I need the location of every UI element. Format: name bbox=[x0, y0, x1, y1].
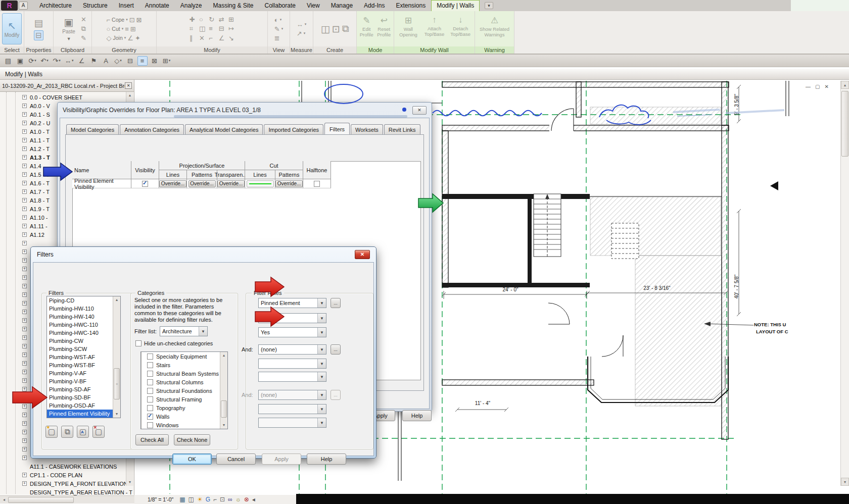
expand-icon[interactable]: + bbox=[22, 146, 27, 151]
expand-icon[interactable]: + bbox=[22, 258, 27, 263]
duplicate-filter-button[interactable]: ⧉ bbox=[61, 426, 73, 438]
categories-scrollbar[interactable]: ▴ ▾ bbox=[220, 352, 227, 429]
ribbon-tab[interactable]: Architecture bbox=[34, 1, 77, 11]
help-button[interactable]: Help bbox=[307, 453, 346, 465]
expand-icon[interactable]: + bbox=[22, 421, 27, 426]
ribbon-display-toggle-icon[interactable]: ▾ bbox=[485, 2, 493, 9]
expand-icon[interactable]: + bbox=[22, 112, 27, 117]
and-rule-browse-button[interactable]: ... bbox=[331, 344, 341, 355]
expand-icon[interactable]: + bbox=[22, 198, 27, 203]
expand-icon[interactable]: + bbox=[22, 215, 27, 220]
close-icon[interactable]: ✕ bbox=[125, 82, 132, 89]
scrollbar-thumb[interactable] bbox=[841, 91, 848, 157]
scroll-up-icon[interactable]: ▴ bbox=[113, 296, 120, 304]
expand-icon[interactable]: + bbox=[22, 275, 27, 280]
and-rule-browse-button-2[interactable]: ... bbox=[331, 390, 341, 400]
hide-unchecked-checkbox[interactable] bbox=[135, 340, 142, 346]
demolish-icon[interactable]: ⊠ bbox=[136, 16, 142, 24]
save-icon[interactable]: ▣ bbox=[15, 56, 25, 66]
open-icon[interactable]: ▤ bbox=[3, 56, 13, 66]
modify-tool-icon[interactable]: ⊟ bbox=[219, 25, 225, 33]
join-icon[interactable]: ◇ bbox=[106, 34, 111, 42]
override-transparency-button[interactable]: Override... bbox=[217, 180, 245, 187]
filter-list-item[interactable]: Plumbing-HW-140 bbox=[47, 313, 113, 321]
expand-icon[interactable]: + bbox=[22, 241, 27, 245]
filter-list-item[interactable]: Plumbing-WST-BF bbox=[47, 361, 113, 369]
restore-icon[interactable]: ▢ bbox=[815, 84, 820, 89]
thin-lines-icon[interactable]: ≡ bbox=[137, 56, 148, 66]
expand-icon[interactable]: + bbox=[22, 370, 27, 374]
close-icon[interactable]: ✕ bbox=[412, 106, 427, 115]
show-related-warnings-button[interactable]: ⚠Show Related Warnings bbox=[477, 13, 512, 44]
check-all-button[interactable]: Check All bbox=[135, 434, 169, 445]
rule-operator-dropdown-3[interactable]: ▼ bbox=[258, 404, 326, 414]
apply-button[interactable]: Apply bbox=[262, 453, 301, 465]
expand-icon[interactable]: + bbox=[22, 172, 27, 177]
check-none-button[interactable]: Check None bbox=[174, 434, 210, 445]
rule-field-dropdown[interactable]: Pinned Element▼ bbox=[258, 298, 326, 308]
delete-icon[interactable]: ✕ bbox=[81, 16, 86, 23]
delete-filter-button[interactable]: ▢✕ bbox=[92, 426, 105, 438]
modify-tool-icon[interactable]: ○ bbox=[199, 16, 205, 23]
scroll-down-icon[interactable]: ▾ bbox=[126, 479, 133, 486]
category-item[interactable]: Stairs bbox=[141, 361, 227, 369]
visual-style-icon[interactable]: ◫ bbox=[188, 495, 194, 503]
ok-button[interactable]: OK bbox=[172, 453, 212, 465]
modify-tool-icon[interactable]: ↘ bbox=[228, 34, 234, 42]
expand-icon[interactable]: + bbox=[22, 189, 27, 194]
modify-tool-icon[interactable]: ≡ bbox=[209, 25, 215, 33]
and-rule-dropdown-2[interactable]: (none)▼ bbox=[258, 390, 326, 400]
expand-icon[interactable]: + bbox=[22, 292, 27, 297]
minimize-icon[interactable]: — bbox=[806, 84, 811, 89]
rule-operator-dropdown[interactable]: equals▼ bbox=[258, 313, 326, 323]
reveal-hidden-icon[interactable]: ∞ bbox=[228, 495, 232, 503]
create-similar-icon[interactable]: ⊡ bbox=[332, 23, 340, 35]
vg-tab[interactable]: Filters bbox=[324, 123, 350, 135]
crop-region-icon[interactable]: ⊡ bbox=[220, 495, 225, 503]
expand-icon[interactable]: + bbox=[22, 473, 27, 477]
filter-row[interactable]: Pinned Element Visibility Override... Ov… bbox=[72, 179, 331, 188]
section-icon[interactable]: ⊟ bbox=[125, 56, 135, 66]
expand-icon[interactable]: + bbox=[22, 352, 27, 357]
override-patterns-button[interactable]: Override... bbox=[188, 180, 216, 187]
modify-tool-icon[interactable]: ∠ bbox=[219, 34, 225, 42]
redo-icon[interactable]: ↷▾ bbox=[52, 56, 62, 66]
beam-join-icon[interactable]: ∠ bbox=[127, 34, 133, 42]
application-menu-button[interactable]: A bbox=[19, 2, 28, 10]
category-checkbox[interactable] bbox=[147, 388, 153, 394]
detail-level-icon[interactable]: ▦ bbox=[179, 495, 185, 503]
filter-list-item[interactable]: Plumbing-CW bbox=[47, 337, 113, 345]
expand-icon[interactable]: + bbox=[22, 430, 27, 434]
modify-tool-icon[interactable]: ✕ bbox=[199, 34, 205, 42]
reset-profile-button[interactable]: ↩Reset Profile bbox=[376, 13, 392, 44]
expand-icon[interactable]: + bbox=[22, 344, 27, 348]
vg-help-button[interactable]: Help bbox=[402, 410, 432, 421]
ribbon-tab[interactable]: Insert bbox=[113, 1, 139, 11]
rename-filter-button[interactable]: ▢A bbox=[77, 426, 89, 438]
project-browser-titlebar[interactable]: 10-13209-20_Ar_2013_RBC Local.rvt - Proj… bbox=[0, 80, 134, 92]
create-group-icon[interactable]: ◫ bbox=[321, 23, 330, 35]
category-checkbox[interactable] bbox=[147, 354, 153, 360]
filter-list-scrollbar[interactable]: ▴ ≡ ▾ bbox=[113, 296, 120, 418]
expand-icon[interactable]: + bbox=[22, 413, 27, 417]
category-item[interactable]: Walls bbox=[141, 412, 227, 421]
scroll-up-icon[interactable]: ▴ bbox=[841, 81, 849, 89]
modify-tool-icon[interactable]: ↻ bbox=[209, 16, 215, 23]
expand-icon[interactable]: + bbox=[22, 335, 27, 340]
attach-top-base-button[interactable]: ↑Attach Top/Base bbox=[422, 13, 447, 44]
scroll-left-icon[interactable]: ◂ bbox=[0, 497, 8, 502]
detach-top-base-button[interactable]: ↓Detach Top/Base bbox=[448, 13, 473, 44]
close-icon[interactable]: ✕ bbox=[355, 250, 370, 259]
override-lines-button[interactable]: Override... bbox=[159, 180, 186, 187]
ribbon-tab-modify-walls[interactable]: Modify | Walls bbox=[431, 0, 480, 11]
expand-icon[interactable]: + bbox=[22, 284, 27, 288]
expand-icon[interactable]: + bbox=[22, 155, 27, 160]
view-scale[interactable]: 1/8" = 1'-0" bbox=[148, 496, 173, 502]
modify-tool-icon[interactable]: ∥ bbox=[190, 34, 196, 42]
filter-list-item[interactable]: Plumbing-HWC-110 bbox=[47, 321, 113, 329]
expand-icon[interactable]: + bbox=[22, 447, 27, 451]
paint-icon[interactable]: ⊡ bbox=[129, 16, 135, 24]
modify-tool-icon[interactable]: ✚ bbox=[190, 16, 196, 23]
filters-dialog-titlebar[interactable]: Filters ✕ bbox=[31, 247, 376, 262]
expand-icon[interactable]: + bbox=[22, 310, 27, 314]
